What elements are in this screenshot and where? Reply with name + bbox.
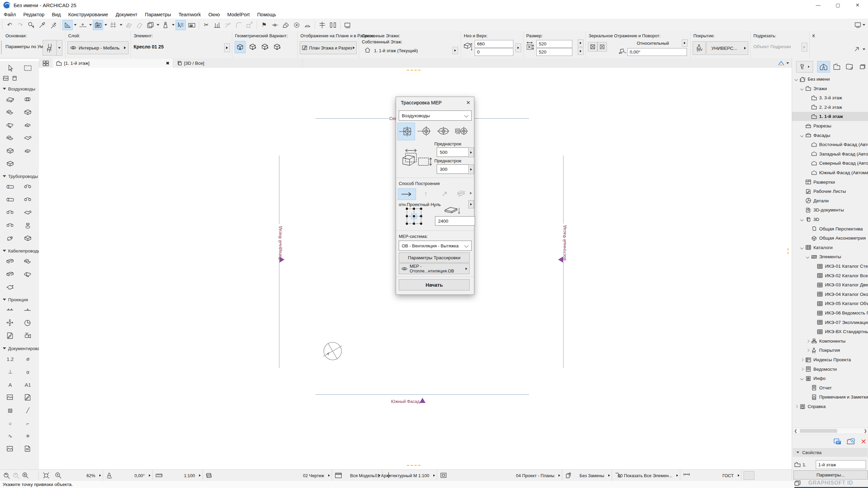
snap-grid-dropdown[interactable] (119, 20, 123, 30)
guide-lines-tool-icon[interactable] (62, 20, 73, 30)
layer-selector-button[interactable]: Интерьер - Мебель (67, 41, 129, 54)
pipe-straight-icon[interactable] (1, 180, 19, 193)
surface-selector-button[interactable]: УНИВЕРС... (706, 41, 748, 55)
pipe-double-bend-icon[interactable] (19, 193, 37, 206)
tree-item-развертки[interactable]: Развертки (792, 178, 868, 187)
dim-linear-icon[interactable]: 1.2 (1, 352, 19, 365)
tree-expand-icon[interactable] (806, 340, 809, 343)
width-flyout[interactable] (468, 147, 474, 157)
fill-tool-icon[interactable] (1, 391, 19, 404)
hatch-tool-icon[interactable]: ▨ (1, 404, 19, 417)
menu-item-редактор[interactable]: Редактор (20, 12, 48, 17)
tree-item-икэ-06-ведомость-пр[interactable]: ИКЭ-06 Ведомость Пр (792, 308, 868, 318)
mep-layer-button[interactable]: MEP - Отопле...нтиляция.ОВ (399, 263, 470, 274)
add-viewpoint-icon[interactable] (846, 436, 856, 447)
status-flyout[interactable] (433, 474, 435, 477)
tree-expand-icon[interactable] (801, 358, 804, 361)
pipe-equipment-icon[interactable] (19, 232, 37, 245)
tree-item-3-3-й-этаж[interactable]: 3. 3-й этаж (792, 93, 868, 102)
project-chooser-button[interactable] (796, 61, 813, 73)
story-name-field[interactable]: 1-й этаж (816, 460, 866, 469)
elevation-field[interactable]: 2400 (435, 216, 475, 226)
dialog-close-icon[interactable]: ✕ (464, 98, 473, 107)
bottom-offset-field[interactable]: 0 (475, 48, 513, 56)
snap-toggle-icon[interactable] (302, 20, 313, 30)
align-icon[interactable] (317, 20, 327, 30)
tree-item-икэ-01-каталог-стен[interactable]: ИКЭ-01 Каталог Стен (792, 262, 868, 271)
windows-stack-icon[interactable] (794, 480, 801, 486)
tree-item-примечания-и-заметки[interactable]: Примечания и Заметки (792, 392, 868, 402)
tab-floor-plan[interactable]: [1. 1-й этаж] ✖ (53, 59, 173, 68)
menu-item-окно[interactable]: Окно (205, 12, 224, 17)
dialog-title-bar[interactable]: Трассировка MEP (396, 97, 474, 108)
duct-width-field[interactable]: 500 (437, 147, 472, 157)
tree-item-1-1-й-этаж[interactable]: 1. 1-й этаж (792, 112, 868, 121)
publisher-icon[interactable] (856, 61, 868, 73)
tray-tee-icon[interactable] (19, 268, 37, 281)
geometry-option-complex[interactable] (272, 41, 282, 53)
tree-item-икэ-04-каталог-окон[interactable]: ИКЭ-04 Каталог Окон (792, 290, 868, 299)
infobox-grip[interactable] (0, 31, 3, 58)
rotation-mode[interactable]: Относительный (637, 41, 669, 46)
status-segment-orientation[interactable]: 0,00° (103, 470, 153, 481)
status-flyout[interactable] (608, 474, 610, 477)
routing-options-button[interactable]: Параметры Трассировки (399, 252, 470, 263)
marquee-tool[interactable] (19, 62, 37, 74)
previous-zoom-icon[interactable] (3, 472, 10, 479)
favorites-icon[interactable] (1, 74, 10, 83)
top-offset-field[interactable]: 660 (475, 40, 513, 48)
trace-reference-dropdown[interactable] (156, 20, 160, 30)
leader-tool-icon[interactable] (19, 391, 37, 404)
snap-reference-icon[interactable] (292, 20, 302, 30)
tree-item-западный-фасад-автом[interactable]: Западный Фасад (Автом (792, 149, 868, 159)
infobox-more-icon[interactable] (861, 45, 867, 53)
width-field[interactable]: 520 (536, 40, 572, 48)
pick-up-parameters-icon[interactable] (37, 20, 47, 30)
tree-expand-icon[interactable] (795, 78, 798, 81)
tree-item-элементы[interactable]: Элементы (792, 252, 868, 261)
pipe-wye-icon[interactable] (19, 206, 37, 219)
toolbar-overflow-icon[interactable] (854, 20, 866, 30)
duct-inline-unit-icon[interactable] (19, 144, 37, 157)
duct-tee-icon[interactable] (1, 119, 19, 131)
viewpoint-settings-icon[interactable] (832, 436, 843, 447)
close-button[interactable]: ✕ (848, 0, 867, 10)
element-flyout[interactable] (224, 43, 230, 52)
mep-system-select[interactable]: ОВ - Вентиляция - Вытяжка (399, 241, 472, 251)
guide-segment-icon[interactable] (270, 20, 280, 30)
tree-item-3d[interactable]: 3D (792, 215, 868, 224)
status-flyout[interactable] (737, 474, 740, 477)
duct-shape-oval[interactable] (435, 123, 452, 140)
size-flyout-2[interactable] (578, 47, 584, 55)
status-flyout[interactable] (558, 474, 560, 477)
rotation-flyout[interactable] (682, 39, 688, 47)
pipe-valve-icon[interactable] (19, 219, 37, 232)
guide-handle-top[interactable] (407, 70, 420, 70)
duct-straight-icon[interactable] (1, 93, 19, 106)
inject-parameters-icon[interactable] (48, 20, 58, 30)
anchor-grid-icon[interactable] (404, 206, 424, 227)
toolbox-section-1[interactable]: Воздуховоды (0, 85, 39, 93)
start-button[interactable]: Начать (399, 279, 470, 290)
tray-cross-icon[interactable] (1, 281, 19, 293)
tree-item-икэ-вх-стандартный[interactable]: ИКЭ-ВХ Стандартный (792, 327, 868, 336)
guide-handle-bottom[interactable] (407, 465, 420, 466)
tree-hscrollbar[interactable]: ❮ ❯ (793, 428, 868, 434)
move-marker-icon[interactable] (1, 317, 19, 329)
tree-expand-icon[interactable] (801, 368, 804, 371)
coordinate-input-icon[interactable]: XY (93, 20, 103, 30)
height-flyout[interactable] (468, 164, 474, 174)
tabbar-menu[interactable] (777, 59, 792, 68)
gravity-dropdown[interactable] (171, 20, 175, 30)
tree-item-рабочие-листы[interactable]: Рабочие Листы (792, 187, 868, 196)
spline-tool-icon[interactable]: ∿ (1, 430, 19, 443)
polyline-tool-icon[interactable]: ⌐ (19, 417, 37, 430)
status-segment-partial-structure[interactable]: 00 Показать Все Элемен... (612, 470, 680, 481)
menu-item-teamwork[interactable]: Teamwork (175, 12, 205, 17)
tree-item-справка[interactable]: Справка (792, 402, 868, 411)
worksheet-marker-icon[interactable] (1, 329, 19, 342)
tree-expand-icon[interactable] (806, 255, 809, 258)
maximize-button[interactable]: ▢ (828, 0, 848, 10)
status-segment-scale[interactable]: 1:100 (153, 470, 203, 481)
fit-in-window-icon[interactable] (40, 472, 52, 479)
